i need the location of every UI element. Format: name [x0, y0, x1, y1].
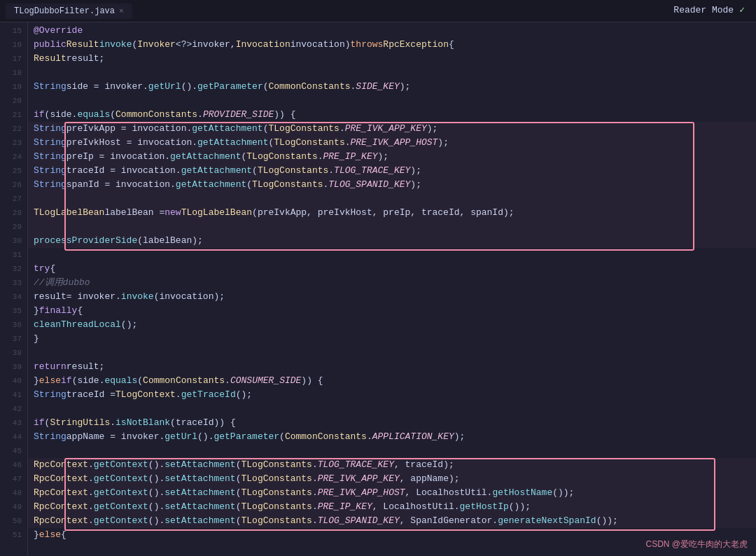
code-token: String [34, 122, 66, 136]
code-line: Result result; [28, 52, 756, 66]
code-token: TLogConstants [252, 178, 323, 192]
code-token: setAttachment [164, 486, 235, 500]
code-token: String [34, 150, 66, 164]
code-token: . [110, 416, 115, 430]
code-token: equals [77, 108, 110, 122]
code-token: TLogConstants [274, 136, 344, 150]
code-token: equals [104, 374, 137, 388]
code-token: (). [148, 486, 164, 500]
code-token: } [34, 374, 39, 388]
code-token: ( [236, 500, 241, 514]
code-token: (); [236, 388, 252, 402]
code-token: = invoker. [66, 290, 121, 304]
code-token: ( [246, 178, 252, 192]
code-token: } [34, 304, 39, 318]
code-token: public [34, 38, 66, 52]
line-number: 26 [0, 178, 27, 192]
code-line: String preIvkApp = invocation.getAttachm… [28, 122, 756, 136]
code-token: getParameter [214, 430, 279, 444]
code-token: (). [181, 80, 197, 94]
code-token: if [34, 416, 45, 430]
code-token: getContext [94, 500, 148, 514]
code-token: CommonConstants [115, 108, 197, 122]
code-token: getAttachment [181, 164, 252, 178]
code-token: @Override [34, 24, 83, 38]
code-token: setAttachment [164, 472, 235, 486]
code-token: ( [137, 374, 143, 388]
code-token: , appName); [400, 472, 460, 486]
code-token: { [449, 38, 454, 52]
code-token: <?> [176, 38, 192, 52]
code-token: ); [400, 80, 411, 94]
code-line: String traceId = invocation.getAttachmen… [28, 164, 756, 178]
code-token: ()); [509, 500, 531, 514]
code-token: ( [268, 136, 274, 150]
line-number: 15 [0, 24, 27, 38]
code-token: getHostIp [460, 500, 509, 514]
code-token: TLogConstants [241, 458, 312, 472]
code-token: StringUtils [50, 416, 110, 430]
code-token: ( [241, 150, 246, 164]
code-token: (). [148, 500, 164, 514]
code-token: TLogLabelBean [34, 206, 104, 220]
code-token: ( [279, 430, 285, 444]
code-token: (labelBean); [137, 234, 203, 248]
code-token: TLogConstants [268, 122, 339, 136]
line-number: 47 [0, 472, 27, 486]
code-line: String spanId = invocation.getAttachment… [28, 178, 756, 192]
code-token: . [312, 486, 318, 500]
code-token: throws [351, 38, 384, 52]
code-line: //调用dubbo [28, 276, 756, 290]
code-token: appName = invoker. [66, 430, 164, 444]
line-number: 30 [0, 234, 27, 248]
code-token: } [34, 528, 39, 542]
code-token: RpcContext [34, 472, 88, 486]
header-bar: Reader Mode ✓ [662, 0, 756, 20]
reader-mode-label[interactable]: Reader Mode [673, 5, 734, 15]
code-token: setAttachment [164, 458, 235, 472]
code-token: . [88, 458, 94, 472]
code-token: ( [110, 108, 115, 122]
code-line: if (StringUtils.isNotBlank(traceId)) { [28, 416, 756, 430]
code-token: (). [148, 514, 164, 528]
code-token: getTraceId [181, 388, 236, 402]
code-token: generateNextSpanId [498, 514, 596, 528]
code-line: public Result invoke(Invoker<?> invoker,… [28, 38, 756, 52]
line-number: 50 [0, 514, 27, 528]
code-token: invoke [99, 38, 132, 52]
line-number: 43 [0, 416, 27, 430]
code-line: return result; [28, 360, 756, 374]
code-line: } finally { [28, 304, 756, 318]
code-token: TLOG_TRACE_KEY [318, 458, 394, 472]
code-token: if [61, 374, 72, 388]
file-tab[interactable]: TLogDubboFilter.java × [6, 4, 132, 19]
code-token: String [34, 80, 66, 94]
code-token: . [312, 500, 318, 514]
code-token: getParameter [197, 80, 263, 94]
code-token: TLogConstants [246, 150, 317, 164]
code-token: getUrl [148, 80, 181, 94]
code-line: } [28, 332, 756, 346]
code-token: ); [454, 430, 465, 444]
code-line: RpcContext.getContext().setAttachment(TL… [28, 472, 756, 486]
code-token: . [340, 122, 345, 136]
code-token: ); [410, 164, 421, 178]
code-line [28, 402, 756, 416]
code-line [28, 220, 756, 234]
code-content[interactable]: @Override public Result invoke(Invoker<?… [28, 22, 756, 556]
code-token: ()); [552, 486, 574, 500]
code-line: try { [28, 262, 756, 276]
code-token: else [39, 374, 61, 388]
code-token: invoker, [192, 38, 235, 52]
code-token: ( [236, 486, 241, 500]
code-token: ( [236, 514, 241, 528]
code-token: invoke [121, 290, 154, 304]
code-token: ); [410, 178, 421, 192]
tab-close-button[interactable]: × [119, 7, 124, 15]
code-token: . [88, 472, 94, 486]
code-line [28, 346, 756, 360]
code-token: isNotBlank [115, 416, 170, 430]
code-token: ( [263, 122, 269, 136]
code-token: (traceId)) { [170, 416, 236, 430]
code-line: RpcContext.getContext().setAttachment(TL… [28, 458, 756, 472]
